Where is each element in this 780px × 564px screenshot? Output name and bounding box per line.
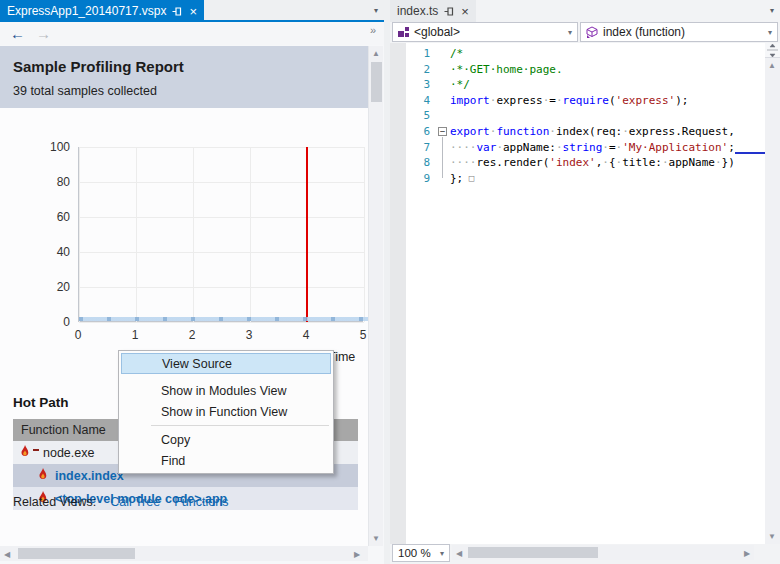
- flame-icon: [37, 468, 55, 484]
- tab-index-ts[interactable]: index.ts ×: [390, 0, 476, 22]
- code-token: ·: [543, 93, 550, 109]
- line-number: 2: [406, 62, 438, 78]
- fold-margin: [438, 140, 450, 156]
- hot-path-function-label[interactable]: index.index: [55, 469, 124, 483]
- gridline: [79, 182, 364, 183]
- code-line[interactable]: 2·*·GET·home·page.: [406, 62, 765, 78]
- scope-dropdown-value: <global>: [414, 25, 460, 39]
- zoom-level-dropdown[interactable]: 100 % ▾: [392, 544, 450, 562]
- related-view-link-functions[interactable]: Functions: [174, 495, 228, 509]
- scroll-down-icon[interactable]: ▼: [369, 534, 383, 543]
- editor-vertical-scrollbar[interactable]: ▲ ▼: [765, 43, 780, 544]
- code-token: ·: [496, 140, 503, 156]
- collapse-box-icon[interactable]: −: [438, 127, 447, 136]
- navigation-bar: <global> ▾ index (function) ▾: [390, 22, 780, 43]
- code-token: /*: [450, 46, 463, 62]
- code-line[interactable]: 8····res.render('index',·{·title:·appNam…: [406, 155, 765, 171]
- report-sample-count: 39 total samples collected: [13, 84, 157, 98]
- pin-icon[interactable]: [444, 6, 455, 17]
- code-editor-pane: index.ts × ▾ <global> ▾ index (function)…: [390, 0, 780, 564]
- profiler-report-pane: ExpressApp1_20140717.vspx × ▾ ← → » Time…: [0, 0, 384, 564]
- gridline: [79, 217, 364, 218]
- scroll-up-icon[interactable]: ▲: [369, 49, 383, 58]
- code-token: ·: [715, 155, 722, 171]
- scroll-up-icon[interactable]: ▲: [765, 61, 779, 70]
- fold-margin: −: [438, 124, 450, 140]
- scroll-left-icon[interactable]: ◀: [0, 550, 14, 559]
- code-token: =: [549, 93, 556, 109]
- code-token: res.render(: [477, 155, 550, 171]
- code-token: ·: [616, 140, 623, 156]
- close-icon[interactable]: ×: [189, 5, 197, 18]
- code-token: ,: [596, 155, 603, 171]
- line-number: 4: [406, 93, 438, 109]
- y-tick-label: 80: [30, 175, 70, 189]
- fold-margin: [438, 171, 450, 187]
- chevron-down-icon: ▾: [768, 28, 772, 37]
- code-token: {: [609, 155, 616, 171]
- scroll-right-icon[interactable]: ▶: [350, 550, 364, 559]
- menu-item-view-source[interactable]: View Source: [121, 353, 331, 374]
- toolbar-overflow-icon[interactable]: »: [370, 24, 376, 36]
- tab-list-dropdown-icon[interactable]: ▾: [770, 6, 774, 15]
- scroll-left-icon[interactable]: ◀: [452, 549, 466, 558]
- x-tick-label: 3: [239, 328, 259, 342]
- gridline: [79, 147, 80, 322]
- report-header-band: Sample Profiling Report 39 total samples…: [0, 46, 368, 108]
- menu-separator: [151, 425, 329, 426]
- gridline: [193, 147, 194, 322]
- code-line[interactable]: 4import·express·=·require('express');: [406, 93, 765, 109]
- code-token: appName: [669, 155, 715, 171]
- breakpoint-margin[interactable]: [390, 43, 406, 544]
- close-icon[interactable]: ×: [461, 5, 469, 18]
- pin-icon[interactable]: [172, 6, 183, 17]
- menu-item-show-in-function-view[interactable]: Show in Function View: [121, 401, 331, 422]
- scroll-right-icon[interactable]: ▶: [740, 549, 754, 558]
- report-body: Time 100806040200012345 Hot Path Functio…: [0, 108, 368, 546]
- right-tab-strip: index.ts × ▾: [390, 0, 780, 22]
- left-vertical-scrollbar[interactable]: ▲ ▼: [368, 46, 383, 546]
- fold-margin: [438, 62, 450, 78]
- code-line[interactable]: 9}; □: [406, 171, 765, 187]
- code-line[interactable]: 7····var·appName:·string·=·'My·Applicati…: [406, 140, 765, 156]
- fold-margin: [438, 46, 450, 62]
- scrollbar-thumb[interactable]: [371, 62, 382, 102]
- chart-plot-area: [78, 147, 363, 322]
- related-view-link-call-tree[interactable]: Call Tree: [110, 495, 160, 509]
- flame-root-icon: [19, 445, 37, 461]
- scrollbar-thumb[interactable]: [18, 548, 135, 559]
- code-token: title:: [622, 155, 662, 171]
- tab-title: ExpressApp1_20140717.vspx: [7, 4, 166, 18]
- cpu-baseline-line: [79, 317, 368, 321]
- code-line[interactable]: 6−export·function·index(req:·express.Req…: [406, 124, 765, 140]
- scroll-down-icon[interactable]: ▼: [765, 532, 779, 541]
- menu-item-show-in-modules-view[interactable]: Show in Modules View: [121, 380, 331, 401]
- left-horizontal-scrollbar[interactable]: ◀ ▶: [0, 546, 368, 561]
- line-number: 1: [406, 46, 438, 62]
- gridline: [79, 252, 364, 253]
- tab-expressapp-vspx[interactable]: ExpressApp1_20140717.vspx ×: [0, 0, 204, 22]
- back-icon[interactable]: ←: [10, 25, 25, 42]
- editor-horizontal-scrollbar[interactable]: ◀ ▶: [452, 545, 754, 560]
- code-line[interactable]: 1/*: [406, 46, 765, 62]
- gridline: [364, 147, 365, 322]
- scrollbar-thumb[interactable]: [468, 547, 598, 558]
- caret-line-indicator: [735, 151, 765, 154]
- code-line[interactable]: 5: [406, 108, 765, 124]
- cpu-samples-chart: Time 100806040200012345: [0, 108, 368, 358]
- code-token: 'My·Application': [622, 140, 728, 156]
- menu-item-find[interactable]: Find: [121, 450, 331, 471]
- code-editor[interactable]: 1/*2·*·GET·home·page.3·*/4import·express…: [390, 43, 765, 544]
- code-token: );: [675, 93, 688, 109]
- code-line[interactable]: 3·*/: [406, 77, 765, 93]
- code-token: appName:: [503, 140, 556, 156]
- menu-item-copy[interactable]: Copy: [121, 429, 331, 450]
- gridline: [136, 147, 137, 322]
- tab-list-dropdown-icon[interactable]: ▾: [374, 6, 378, 15]
- scope-dropdown[interactable]: <global> ▾: [392, 22, 578, 42]
- eof-marker: □: [463, 171, 474, 187]
- member-dropdown[interactable]: index (function) ▾: [580, 22, 778, 42]
- code-token: 'express': [616, 93, 676, 109]
- code-token: };: [450, 171, 463, 187]
- split-window-handle-icon[interactable]: [765, 43, 780, 58]
